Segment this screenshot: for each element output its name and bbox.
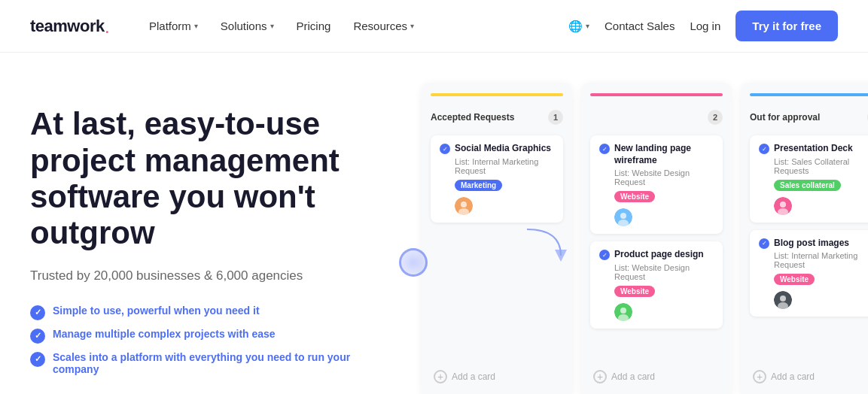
card-tick-icon-5 [759, 238, 769, 249]
feature-list: Simple to use, powerful when you need it… [30, 305, 391, 375]
card-product-page: Product page design List: Website Design… [590, 241, 723, 329]
language-selector[interactable]: 🌐 ▾ [568, 20, 589, 33]
board-column-landing: 2 New landing page wireframe List: Websi… [581, 83, 732, 394]
col-accent-3 [750, 93, 868, 96]
check-icon-2 [30, 329, 45, 344]
check-icon-3 [30, 352, 45, 367]
feature-label-1: Simple to use, powerful when you need it [53, 305, 260, 317]
col-header-3: Out for approval 2 [750, 110, 868, 125]
svg-point-7 [620, 308, 626, 314]
card-list-5: List: Internal Marketing Request [774, 251, 868, 269]
card-presentation: Presentation Deck List: Sales Collateral… [750, 135, 868, 223]
nav-links: Platform ▾ Solutions ▾ Pricing Resources… [140, 14, 568, 38]
add-card-1[interactable]: + Add a card [431, 365, 563, 388]
col-count-1: 1 [548, 110, 563, 125]
nav-right: 🌐 ▾ Contact Sales Log in Try it for free [568, 11, 838, 41]
card-avatar-4 [774, 197, 792, 215]
logo[interactable]: teamwork . [30, 17, 110, 36]
card-tick-icon-1 [440, 144, 450, 154]
feature-item-3: Scales into a platform with everything y… [30, 351, 391, 375]
card-list-3: List: Website Design Request [614, 263, 714, 281]
card-tick-icon-2 [599, 144, 610, 154]
hero-subtitle: Trusted by 20,000 businesses & 6,000 age… [30, 268, 391, 283]
navbar: teamwork . Platform ▾ Solutions ▾ Pricin… [0, 0, 868, 53]
hero-section: At last, easy-to-use project management … [0, 53, 868, 394]
nav-item-solutions[interactable]: Solutions ▾ [212, 14, 283, 38]
card-check-5: Blog post images List: Internal Marketin… [759, 238, 868, 310]
add-icon-2: + [593, 370, 607, 383]
col-accent-1 [431, 93, 563, 96]
nav-resources-label: Resources [353, 20, 407, 32]
svg-point-1 [461, 202, 467, 208]
card-tick-icon-4 [759, 144, 769, 154]
col-accent-2 [590, 93, 723, 96]
nav-item-pricing[interactable]: Pricing [288, 14, 340, 38]
nav-pricing-label: Pricing [297, 20, 331, 32]
card-title-1: Social Media Graphics [455, 143, 554, 155]
card-body-5: Blog post images List: Internal Marketin… [774, 238, 868, 310]
nav-platform-label: Platform [149, 20, 191, 32]
globe-icon: 🌐 [568, 20, 583, 33]
chevron-down-icon: ▾ [194, 22, 198, 30]
add-card-3[interactable]: + Add a card [750, 365, 868, 388]
logo-dot: . [105, 17, 110, 36]
card-body-3: Product page design List: Website Design… [614, 249, 714, 321]
nav-item-resources[interactable]: Resources ▾ [344, 14, 423, 38]
col-title-3: Out for approval [750, 112, 820, 123]
card-tag-1: Marketing [455, 180, 502, 191]
card-blog-images: Blog post images List: Internal Marketin… [750, 230, 868, 317]
chevron-down-icon: ▾ [410, 22, 414, 30]
card-body-2: New landing page wireframe List: Website… [614, 143, 714, 226]
login-button[interactable]: Log in [690, 20, 720, 32]
card-landing-page: New landing page wireframe List: Website… [590, 135, 723, 234]
svg-point-10 [780, 202, 786, 208]
logo-wordmark: teamwork [30, 17, 105, 36]
connector-arrow [519, 222, 580, 263]
hero-left: At last, easy-to-use project management … [30, 106, 422, 374]
kanban-board: Accepted Requests 1 Social Media Graphic… [422, 83, 838, 394]
add-label-2: Add a card [611, 371, 655, 382]
add-icon-3: + [753, 370, 766, 383]
card-check-3: Product page design List: Website Design… [599, 249, 714, 321]
card-list-4: List: Sales Collateral Requests [774, 157, 868, 175]
col-header-1: Accepted Requests 1 [431, 110, 563, 125]
chevron-down-icon: ▾ [270, 22, 274, 30]
card-tag-3: Website [614, 286, 655, 297]
feature-item-2: Manage multiple complex projects with ea… [30, 328, 391, 344]
card-avatar-5 [774, 291, 792, 309]
card-body-1: Social Media Graphics List: Internal Mar… [455, 143, 554, 215]
drag-indicator [399, 248, 428, 277]
col-header-2: 2 [590, 110, 723, 125]
feature-label-2: Manage multiple complex projects with ea… [53, 328, 276, 340]
nav-item-platform[interactable]: Platform ▾ [140, 14, 207, 38]
card-check-1: Social Media Graphics List: Internal Mar… [440, 143, 554, 215]
card-body-4: Presentation Deck List: Sales Collateral… [774, 143, 868, 215]
card-check-2: New landing page wireframe List: Website… [599, 143, 714, 226]
card-list-2: List: Website Design Request [614, 168, 714, 186]
svg-point-4 [620, 213, 626, 219]
card-title-3: Product page design [614, 249, 714, 261]
card-check-4: Presentation Deck List: Sales Collateral… [759, 143, 868, 215]
card-avatar-1 [455, 197, 473, 215]
card-title-4: Presentation Deck [774, 143, 868, 155]
add-label-3: Add a card [771, 371, 815, 382]
board-columns: Accepted Requests 1 Social Media Graphic… [422, 83, 868, 394]
card-title-2: New landing page wireframe [614, 143, 714, 166]
card-tick-icon-3 [599, 250, 610, 260]
contact-sales-link[interactable]: Contact Sales [605, 20, 675, 32]
feature-item-1: Simple to use, powerful when you need it [30, 305, 391, 320]
card-list-1: List: Internal Marketing Request [455, 157, 554, 175]
try-free-button[interactable]: Try it for free [736, 11, 838, 41]
check-icon-1 [30, 305, 45, 320]
card-tag-2: Website [614, 191, 655, 202]
svg-point-13 [780, 296, 786, 302]
card-title-5: Blog post images [774, 238, 868, 250]
add-card-2[interactable]: + Add a card [590, 365, 723, 388]
chevron-down-icon: ▾ [586, 22, 589, 30]
hero-title: At last, easy-to-use project management … [30, 106, 391, 251]
feature-label-3: Scales into a platform with everything y… [53, 351, 391, 375]
add-label-1: Add a card [452, 371, 495, 382]
card-avatar-2 [614, 208, 632, 226]
add-icon-1: + [434, 370, 447, 383]
card-tag-4: Sales collateral [774, 180, 841, 191]
